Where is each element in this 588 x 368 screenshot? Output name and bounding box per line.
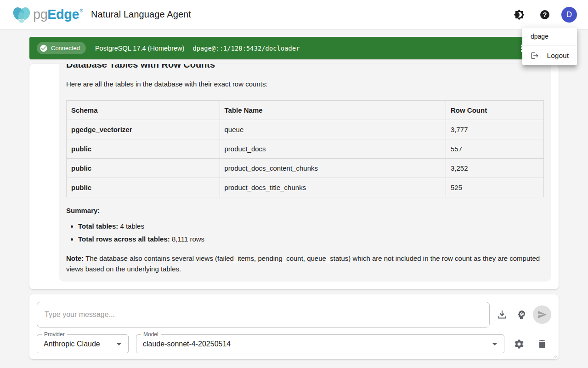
logo-text-edge: Edge [47,7,79,22]
logo-text-pg: pg [33,7,47,22]
send-icon [537,310,547,320]
table-name-cell: product_docs_title_chunks [220,178,446,197]
column-header: Schema [67,100,220,120]
provider-select[interactable]: Provider Anthropic Claude [37,334,129,353]
note-paragraph: Note: The database also contains several… [66,253,544,275]
row-count-cell: 3,252 [446,158,544,178]
logout-label: Logout [547,52,569,60]
table-name-cell: product_docs_content_chunks [220,158,446,178]
table-row: public product_docs_title_chunks 525 [67,178,544,197]
message-heading: Database Tables with Row Counts [66,64,544,70]
schema-cell: public [67,139,220,158]
chevron-down-icon [489,339,500,350]
header-actions: ? D [510,6,577,24]
summary-list: Total tables: 4 tables Total rows across… [78,220,544,246]
schema-cell: public [67,178,220,197]
theme-toggle-button[interactable] [510,6,528,24]
connected-badge: Connected [37,42,86,54]
user-avatar-button[interactable]: D [561,7,577,23]
server-version: PostgreSQL 17.4 (Homebrew) [95,45,185,52]
column-header: Table Name [220,100,446,120]
chevron-down-icon [113,339,124,350]
message-input[interactable] [37,302,490,328]
model-label: Model [141,331,161,338]
help-button[interactable]: ? [536,6,554,24]
composer-input-row [37,302,551,328]
check-circle-icon [40,44,48,52]
composer-panel: Provider Anthropic Claude Model claude-s… [29,294,559,359]
model-value: claude-sonnet-4-20250514 [143,340,231,348]
logout-icon [531,51,539,60]
psychology-icon [516,309,527,320]
clear-conversation-button[interactable] [533,335,551,353]
help-icon: ? [540,10,549,19]
send-button[interactable] [533,305,551,324]
connection-string: dpage@::1/128:5432/docloader [192,45,300,52]
table-name-cell: product_docs [220,139,446,158]
download-button[interactable] [492,305,512,324]
reasoning-button[interactable] [512,305,531,324]
row-counts-table: Schema Table Name Row Count pgedge_vecto… [66,100,544,197]
schema-cell: pgedge_vectorizer [67,120,220,139]
summary-heading: Summary: [66,207,544,214]
registered-mark: ® [79,8,83,13]
assistant-message: Database Tables with Row Counts Here are… [59,64,551,282]
provider-label: Provider [42,331,67,338]
schema-cell: public [67,158,220,178]
pgedge-logo: pgEdge® [11,5,83,24]
list-item: Total rows across all tables: 8,111 rows [78,233,544,246]
brightness-icon [514,9,525,20]
table-row: public product_docs 557 [67,139,544,158]
gear-icon [514,339,525,350]
row-count-cell: 557 [446,139,544,158]
table-row: pgedge_vectorizer queue 3,777 [67,120,544,139]
resize-handle[interactable] [553,353,557,358]
column-header: Row Count [446,100,544,120]
table-row: public product_docs_content_chunks 3,252 [67,158,544,178]
menu-username: dpage [522,28,577,46]
pgedge-logo-mark [11,5,32,24]
table-header-row: Schema Table Name Row Count [67,100,544,120]
trash-icon [537,339,548,350]
app-header: pgEdge® Natural Language Agent ? D [0,0,588,29]
composer-settings-row: Provider Anthropic Claude Model claude-s… [37,334,551,353]
provider-value: Anthropic Claude [44,340,100,348]
chat-history-panel[interactable]: Database Tables with Row Counts Here are… [29,64,559,289]
logout-menu-item[interactable]: Logout [522,46,577,65]
user-menu: dpage Logout [522,28,577,65]
connection-status-bar: Connected PostgreSQL 17.4 (Homebrew) dpa… [29,37,559,59]
connected-label: Connected [51,45,80,52]
row-count-cell: 525 [446,178,544,197]
table-name-cell: queue [220,120,446,139]
model-select[interactable]: Model claude-sonnet-4-20250514 [136,334,504,353]
row-count-cell: 3,777 [446,120,544,139]
settings-button[interactable] [510,335,528,353]
page-title: Natural Language Agent [91,9,191,20]
message-intro: Here are all the tables in the database … [66,79,544,89]
list-item: Total tables: 4 tables [78,220,544,233]
download-icon [497,309,508,320]
